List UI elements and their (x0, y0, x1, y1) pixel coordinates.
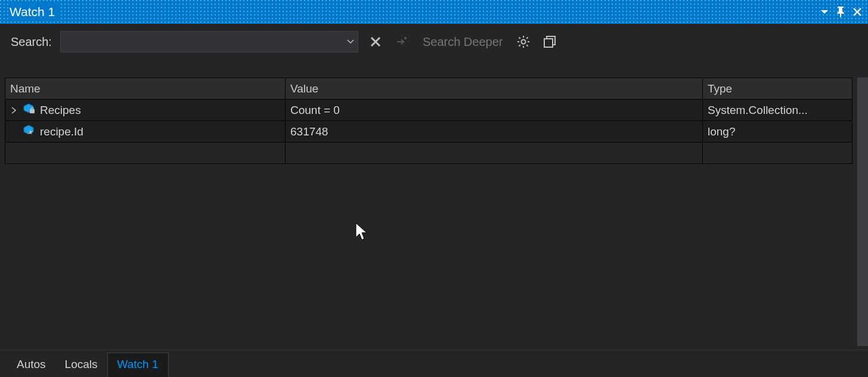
pin-icon[interactable] (836, 7, 845, 17)
windows-icon[interactable] (541, 33, 559, 51)
svg-line-9 (519, 45, 520, 46)
tab-watch1[interactable]: Watch 1 (107, 353, 169, 377)
grid-header: Name Value Type (5, 78, 852, 100)
watch-grid: Name Value Type Recipes Count = 0 System… (5, 78, 852, 164)
search-next-icon[interactable] (393, 33, 411, 51)
close-icon[interactable] (852, 7, 862, 17)
column-header-value[interactable]: Value (286, 78, 703, 99)
tab-autos[interactable]: Autos (7, 353, 55, 377)
property-icon (22, 125, 35, 138)
watch-row[interactable]: Recipes Count = 0 System.Collection... (5, 100, 852, 121)
watch-type: long? (703, 121, 852, 142)
watch-type: System.Collection... (703, 100, 852, 120)
watch-name: recipe.Id (40, 125, 83, 138)
svg-point-0 (404, 37, 407, 39)
search-deeper-button[interactable]: Search Deeper (419, 35, 507, 49)
svg-line-7 (527, 45, 528, 46)
svg-point-1 (522, 40, 526, 44)
svg-line-6 (519, 38, 520, 39)
watch-name: Recipes (40, 104, 81, 117)
clear-search-button[interactable] (367, 33, 385, 51)
column-header-type[interactable]: Type (703, 78, 852, 99)
window-menu-icon[interactable] (820, 9, 829, 15)
watch-add-row[interactable] (5, 143, 852, 164)
search-label: Search: (11, 35, 52, 49)
property-icon (22, 103, 35, 117)
scrollbar[interactable] (857, 78, 868, 346)
watch-value[interactable]: 631748 (286, 121, 703, 142)
svg-rect-11 (544, 39, 553, 47)
search-input[interactable] (61, 36, 343, 48)
watch-row[interactable]: recipe.Id 631748 long? (5, 121, 852, 143)
svg-line-8 (527, 38, 528, 39)
mouse-cursor (355, 222, 369, 244)
column-header-name[interactable]: Name (5, 78, 286, 99)
tab-locals[interactable]: Locals (55, 353, 107, 377)
search-dropdown-icon[interactable] (343, 32, 358, 52)
settings-icon[interactable] (514, 33, 532, 51)
expand-icon[interactable] (10, 107, 17, 114)
watch-value[interactable]: Count = 0 (286, 100, 703, 120)
toolbar: Search: Search Deeper (0, 24, 868, 60)
watch-grid-area: Name Value Type Recipes Count = 0 System… (0, 60, 868, 350)
search-box[interactable] (60, 31, 358, 52)
titlebar: Watch 1 (0, 0, 868, 24)
window-title: Watch 1 (10, 4, 58, 20)
bottom-tabs: Autos Locals Watch 1 (0, 350, 868, 377)
